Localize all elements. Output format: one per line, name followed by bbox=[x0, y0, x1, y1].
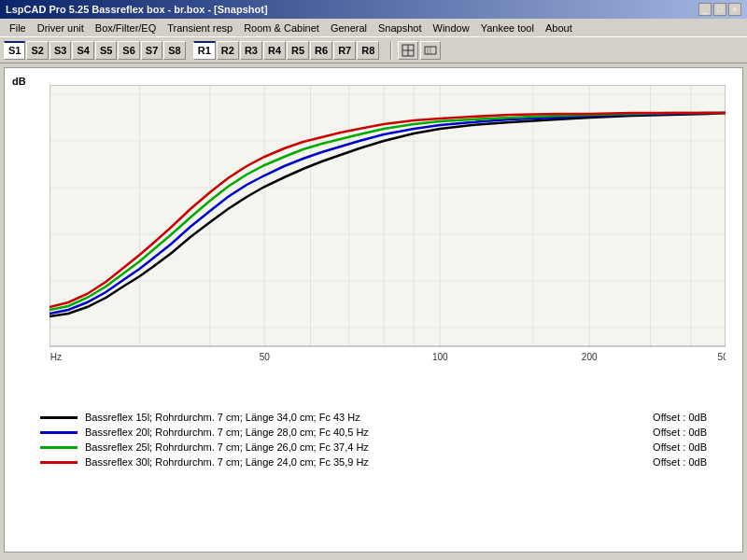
legend-line-3 bbox=[40, 461, 78, 464]
svg-text:500: 500 bbox=[718, 352, 726, 362]
menu-window[interactable]: Window bbox=[428, 21, 475, 35]
r-tab-group: R1 R2 R3 R4 R5 R6 R7 R8 bbox=[193, 41, 380, 60]
toolbar: S1 S2 S3 S4 S5 S6 S7 S8 R1 R2 R3 R4 R5 R… bbox=[0, 37, 747, 63]
tab-s8[interactable]: S8 bbox=[163, 41, 185, 60]
menu-yankee-tool[interactable]: Yankee tool bbox=[475, 21, 540, 35]
tab-r1[interactable]: R1 bbox=[193, 41, 216, 60]
menu-file[interactable]: File bbox=[4, 21, 32, 35]
title-bar: LspCAD Pro 5.25 Bassreflex box - br.box … bbox=[0, 0, 747, 19]
tab-s6[interactable]: S6 bbox=[118, 41, 139, 60]
legend-offset-2: Offset : 0dB bbox=[653, 441, 707, 453]
legend-text-1: Bassreflex 20l; Rohrdurchm. 7 cm; Länge … bbox=[85, 427, 634, 438]
legend-item-0: Bassreflex 15l; Rohrdurchm. 7 cm; Länge … bbox=[40, 412, 707, 423]
svg-text:50: 50 bbox=[260, 352, 271, 362]
maximize-button[interactable]: □ bbox=[713, 3, 726, 16]
menu-bar: File Driver unit Box/Filter/EQ Transient… bbox=[0, 19, 747, 37]
tab-r8[interactable]: R8 bbox=[357, 41, 379, 60]
tab-s7[interactable]: S7 bbox=[141, 41, 162, 60]
menu-driver-unit[interactable]: Driver unit bbox=[32, 21, 90, 35]
legend-line-0 bbox=[40, 416, 78, 419]
menu-box-filter-eq[interactable]: Box/Filter/EQ bbox=[90, 21, 162, 35]
tab-r7[interactable]: R7 bbox=[333, 41, 356, 60]
icon-btn-1[interactable] bbox=[398, 41, 418, 60]
tab-s4[interactable]: S4 bbox=[72, 41, 93, 60]
chart-area: dB bbox=[12, 76, 735, 384]
main-content: dB bbox=[4, 67, 743, 553]
menu-general[interactable]: General bbox=[325, 21, 373, 35]
icon-btn-2[interactable] bbox=[420, 41, 441, 60]
chart-svg: 90.00 85.00 80.00 75.00 70.00 65.00 20 H… bbox=[49, 85, 726, 374]
tab-r3[interactable]: R3 bbox=[240, 41, 262, 60]
tab-r5[interactable]: R5 bbox=[287, 41, 309, 60]
legend-line-1 bbox=[40, 431, 78, 434]
legend-offset-0: Offset : 0dB bbox=[653, 412, 707, 423]
window-controls[interactable]: _ □ × bbox=[698, 3, 741, 16]
tab-s5[interactable]: S5 bbox=[95, 41, 117, 60]
menu-snapshot[interactable]: Snapshot bbox=[373, 21, 427, 35]
legend-text-3: Bassreflex 30l; Rohrdurchm. 7 cm; Länge … bbox=[85, 456, 634, 468]
legend-offset-3: Offset : 0dB bbox=[653, 456, 707, 468]
window-title: LspCAD Pro 5.25 Bassreflex box - br.box … bbox=[6, 4, 268, 15]
menu-about[interactable]: About bbox=[540, 21, 578, 35]
legend: Bassreflex 15l; Rohrdurchm. 7 cm; Länge … bbox=[12, 402, 735, 481]
menu-transient-resp[interactable]: Transient resp bbox=[162, 21, 238, 35]
legend-item-3: Bassreflex 30l; Rohrdurchm. 7 cm; Länge … bbox=[40, 456, 707, 468]
minimize-button[interactable]: _ bbox=[698, 3, 712, 16]
s-tab-group: S1 S2 S3 S4 S5 S6 S7 S8 bbox=[4, 41, 186, 60]
tab-r2[interactable]: R2 bbox=[217, 41, 239, 60]
legend-text-2: Bassreflex 25l; Rohrdurchm. 7 cm; Länge … bbox=[85, 441, 634, 453]
svg-text:200: 200 bbox=[582, 352, 598, 362]
legend-item-2: Bassreflex 25l; Rohrdurchm. 7 cm; Länge … bbox=[40, 441, 707, 453]
legend-item-1: Bassreflex 20l; Rohrdurchm. 7 cm; Länge … bbox=[40, 427, 707, 438]
svg-text:20 Hz: 20 Hz bbox=[49, 352, 62, 362]
y-axis-label: dB bbox=[12, 76, 26, 87]
close-button[interactable]: × bbox=[728, 3, 741, 16]
chart-container: dB bbox=[5, 68, 742, 552]
toolbar-separator bbox=[390, 41, 392, 60]
tab-r4[interactable]: R4 bbox=[263, 41, 286, 60]
tab-s3[interactable]: S3 bbox=[49, 41, 71, 60]
menu-room-cabinet[interactable]: Room & Cabinet bbox=[238, 21, 325, 35]
legend-text-0: Bassreflex 15l; Rohrdurchm. 7 cm; Länge … bbox=[85, 412, 634, 423]
legend-line-2 bbox=[40, 446, 78, 449]
tab-s1[interactable]: S1 bbox=[4, 41, 25, 60]
tab-r6[interactable]: R6 bbox=[310, 41, 332, 60]
svg-text:100: 100 bbox=[432, 352, 448, 362]
legend-offset-1: Offset : 0dB bbox=[653, 427, 707, 438]
tab-s2[interactable]: S2 bbox=[26, 41, 48, 60]
